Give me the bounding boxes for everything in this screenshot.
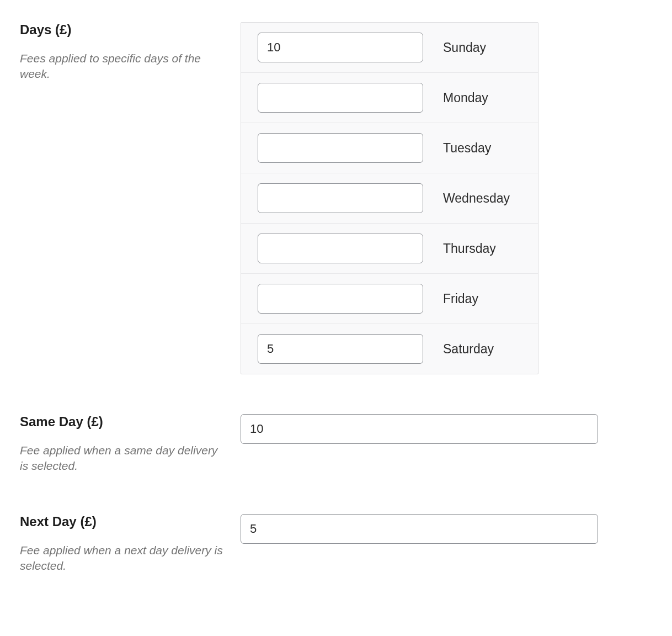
day-row-friday: Friday <box>241 274 538 324</box>
day-input-sunday[interactable] <box>258 33 423 62</box>
day-label-monday: Monday <box>443 91 488 105</box>
same-day-control-col <box>241 414 652 474</box>
same-day-description: Fee applied when a same day delivery is … <box>20 443 227 474</box>
days-control-col: Sunday Monday Tuesday Wednesday Thursday… <box>241 22 652 374</box>
day-row-wednesday: Wednesday <box>241 173 538 224</box>
day-input-saturday[interactable] <box>258 334 423 364</box>
day-label-sunday: Sunday <box>443 40 486 55</box>
day-input-wednesday[interactable] <box>258 183 423 213</box>
day-label-thursday: Thursday <box>443 241 496 256</box>
day-label-saturday: Saturday <box>443 342 494 357</box>
day-row-tuesday: Tuesday <box>241 123 538 173</box>
days-label-col: Days (£) Fees applied to specific days o… <box>20 22 241 374</box>
next-day-description: Fee applied when a next day delivery is … <box>20 543 227 574</box>
next-day-input[interactable] <box>241 514 598 544</box>
day-row-sunday: Sunday <box>241 23 538 73</box>
day-label-friday: Friday <box>443 292 478 306</box>
days-description: Fees applied to specific days of the wee… <box>20 51 227 82</box>
next-day-label-col: Next Day (£) Fee applied when a next day… <box>20 514 241 574</box>
day-input-friday[interactable] <box>258 284 423 314</box>
day-label-tuesday: Tuesday <box>443 141 491 156</box>
same-day-label-col: Same Day (£) Fee applied when a same day… <box>20 414 241 474</box>
days-field-row: Days (£) Fees applied to specific days o… <box>20 22 652 374</box>
day-input-thursday[interactable] <box>258 234 423 263</box>
same-day-input[interactable] <box>241 414 598 444</box>
next-day-title: Next Day (£) <box>20 514 227 529</box>
next-day-field-row: Next Day (£) Fee applied when a next day… <box>20 514 652 574</box>
days-title: Days (£) <box>20 22 227 38</box>
day-row-monday: Monday <box>241 73 538 123</box>
same-day-title: Same Day (£) <box>20 414 227 430</box>
days-table: Sunday Monday Tuesday Wednesday Thursday… <box>241 22 538 374</box>
day-row-thursday: Thursday <box>241 224 538 274</box>
day-input-tuesday[interactable] <box>258 133 423 163</box>
day-label-wednesday: Wednesday <box>443 191 510 206</box>
next-day-control-col <box>241 514 652 574</box>
day-input-monday[interactable] <box>258 83 423 113</box>
same-day-field-row: Same Day (£) Fee applied when a same day… <box>20 414 652 474</box>
day-row-saturday: Saturday <box>241 324 538 374</box>
